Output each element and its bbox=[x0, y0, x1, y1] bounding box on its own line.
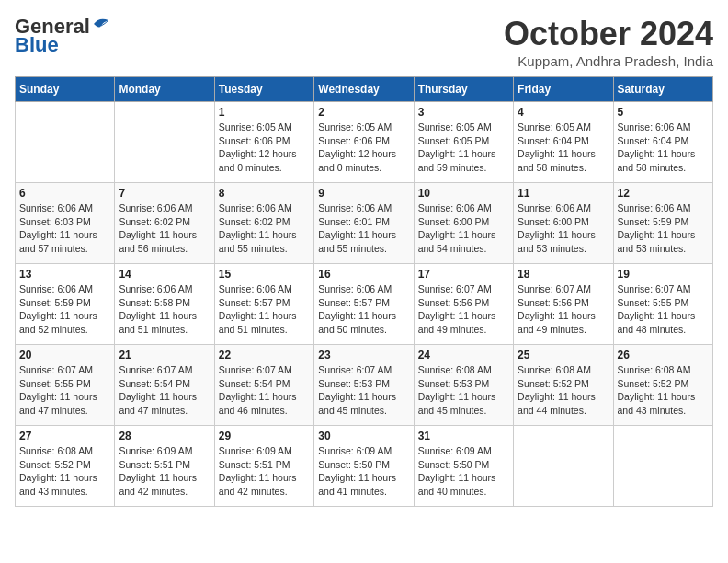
calendar-cell: 30Sunrise: 6:09 AM Sunset: 5:50 PM Dayli… bbox=[314, 426, 414, 507]
day-number: 5 bbox=[618, 106, 709, 119]
month-title: October 2024 bbox=[504, 15, 713, 53]
day-header-saturday: Saturday bbox=[613, 77, 712, 102]
calendar-cell: 20Sunrise: 6:07 AM Sunset: 5:55 PM Dayli… bbox=[16, 345, 115, 426]
calendar-cell: 11Sunrise: 6:06 AM Sunset: 6:00 PM Dayli… bbox=[514, 183, 613, 264]
day-info: Sunrise: 6:06 AM Sunset: 5:58 PM Dayligh… bbox=[119, 282, 210, 337]
day-info: Sunrise: 6:05 AM Sunset: 6:06 PM Dayligh… bbox=[219, 121, 310, 175]
calendar-cell: 2Sunrise: 6:05 AM Sunset: 6:06 PM Daylig… bbox=[314, 102, 414, 183]
day-info: Sunrise: 6:06 AM Sunset: 6:03 PM Dayligh… bbox=[19, 201, 110, 256]
calendar-week-3: 13Sunrise: 6:06 AM Sunset: 5:59 PM Dayli… bbox=[16, 264, 713, 345]
day-info: Sunrise: 6:05 AM Sunset: 6:04 PM Dayligh… bbox=[518, 121, 609, 175]
calendar-cell: 23Sunrise: 6:07 AM Sunset: 5:53 PM Dayli… bbox=[314, 345, 414, 426]
day-info: Sunrise: 6:07 AM Sunset: 5:55 PM Dayligh… bbox=[618, 282, 709, 337]
day-number: 14 bbox=[119, 268, 210, 281]
calendar-cell: 14Sunrise: 6:06 AM Sunset: 5:58 PM Dayli… bbox=[115, 264, 214, 345]
calendar-week-4: 20Sunrise: 6:07 AM Sunset: 5:55 PM Dayli… bbox=[16, 345, 713, 426]
logo: General Blue bbox=[15, 15, 112, 57]
day-info: Sunrise: 6:05 AM Sunset: 6:05 PM Dayligh… bbox=[418, 121, 509, 175]
calendar-cell: 17Sunrise: 6:07 AM Sunset: 5:56 PM Dayli… bbox=[414, 264, 513, 345]
day-info: Sunrise: 6:09 AM Sunset: 5:51 PM Dayligh… bbox=[219, 444, 310, 499]
day-info: Sunrise: 6:07 AM Sunset: 5:56 PM Dayligh… bbox=[518, 282, 609, 337]
day-number: 30 bbox=[318, 430, 409, 442]
day-number: 16 bbox=[318, 268, 409, 281]
calendar-cell: 27Sunrise: 6:08 AM Sunset: 5:52 PM Dayli… bbox=[16, 426, 115, 507]
calendar-cell: 28Sunrise: 6:09 AM Sunset: 5:51 PM Dayli… bbox=[115, 426, 214, 507]
day-info: Sunrise: 6:09 AM Sunset: 5:50 PM Dayligh… bbox=[418, 444, 509, 499]
day-header-wednesday: Wednesday bbox=[314, 77, 414, 102]
logo-blue-text: Blue bbox=[15, 33, 59, 57]
day-info: Sunrise: 6:08 AM Sunset: 5:52 PM Dayligh… bbox=[518, 363, 609, 418]
day-info: Sunrise: 6:06 AM Sunset: 5:59 PM Dayligh… bbox=[19, 282, 110, 337]
day-number: 11 bbox=[518, 187, 609, 200]
calendar-cell: 18Sunrise: 6:07 AM Sunset: 5:56 PM Dayli… bbox=[514, 264, 613, 345]
calendar-cell: 9Sunrise: 6:06 AM Sunset: 6:01 PM Daylig… bbox=[314, 183, 414, 264]
day-header-sunday: Sunday bbox=[16, 77, 115, 102]
day-info: Sunrise: 6:08 AM Sunset: 5:52 PM Dayligh… bbox=[19, 444, 110, 499]
calendar-cell: 7Sunrise: 6:06 AM Sunset: 6:02 PM Daylig… bbox=[115, 183, 214, 264]
day-number: 19 bbox=[618, 268, 709, 281]
calendar-cell: 26Sunrise: 6:08 AM Sunset: 5:52 PM Dayli… bbox=[613, 345, 712, 426]
day-number: 28 bbox=[119, 430, 210, 442]
calendar-cell: 19Sunrise: 6:07 AM Sunset: 5:55 PM Dayli… bbox=[613, 264, 712, 345]
day-info: Sunrise: 6:06 AM Sunset: 6:00 PM Dayligh… bbox=[518, 201, 609, 256]
day-number: 8 bbox=[219, 187, 310, 200]
day-number: 26 bbox=[618, 349, 709, 362]
calendar-body: 1Sunrise: 6:05 AM Sunset: 6:06 PM Daylig… bbox=[16, 102, 713, 507]
day-info: Sunrise: 6:06 AM Sunset: 6:02 PM Dayligh… bbox=[219, 201, 310, 256]
calendar-cell bbox=[613, 426, 712, 507]
calendar-cell bbox=[514, 426, 613, 507]
day-number: 31 bbox=[418, 430, 509, 442]
calendar-cell: 3Sunrise: 6:05 AM Sunset: 6:05 PM Daylig… bbox=[414, 102, 513, 183]
day-number: 25 bbox=[518, 349, 609, 362]
day-number: 2 bbox=[318, 106, 409, 119]
calendar-cell: 4Sunrise: 6:05 AM Sunset: 6:04 PM Daylig… bbox=[514, 102, 613, 183]
day-info: Sunrise: 6:08 AM Sunset: 5:52 PM Dayligh… bbox=[618, 363, 709, 418]
calendar-cell bbox=[16, 102, 115, 183]
calendar-cell: 5Sunrise: 6:06 AM Sunset: 6:04 PM Daylig… bbox=[613, 102, 712, 183]
day-number: 4 bbox=[518, 106, 609, 119]
day-info: Sunrise: 6:09 AM Sunset: 5:51 PM Dayligh… bbox=[119, 444, 210, 499]
day-info: Sunrise: 6:07 AM Sunset: 5:54 PM Dayligh… bbox=[119, 363, 210, 418]
day-number: 13 bbox=[19, 268, 110, 281]
day-info: Sunrise: 6:06 AM Sunset: 6:02 PM Dayligh… bbox=[119, 201, 210, 256]
page-header: General Blue October 2024 Kuppam, Andhra… bbox=[15, 15, 713, 69]
day-number: 21 bbox=[119, 349, 210, 362]
day-header-friday: Friday bbox=[514, 77, 613, 102]
calendar-cell: 8Sunrise: 6:06 AM Sunset: 6:02 PM Daylig… bbox=[214, 183, 313, 264]
calendar-cell: 22Sunrise: 6:07 AM Sunset: 5:54 PM Dayli… bbox=[214, 345, 313, 426]
calendar-cell: 31Sunrise: 6:09 AM Sunset: 5:50 PM Dayli… bbox=[414, 426, 513, 507]
day-info: Sunrise: 6:08 AM Sunset: 5:53 PM Dayligh… bbox=[418, 363, 509, 418]
day-info: Sunrise: 6:07 AM Sunset: 5:55 PM Dayligh… bbox=[19, 363, 110, 418]
day-info: Sunrise: 6:05 AM Sunset: 6:06 PM Dayligh… bbox=[318, 121, 409, 175]
day-info: Sunrise: 6:06 AM Sunset: 5:57 PM Dayligh… bbox=[219, 282, 310, 337]
calendar-cell: 24Sunrise: 6:08 AM Sunset: 5:53 PM Dayli… bbox=[414, 345, 513, 426]
calendar-cell: 16Sunrise: 6:06 AM Sunset: 5:57 PM Dayli… bbox=[314, 264, 414, 345]
day-number: 17 bbox=[418, 268, 509, 281]
day-number: 12 bbox=[618, 187, 709, 200]
day-info: Sunrise: 6:06 AM Sunset: 6:00 PM Dayligh… bbox=[418, 201, 509, 256]
calendar-cell: 10Sunrise: 6:06 AM Sunset: 6:00 PM Dayli… bbox=[414, 183, 513, 264]
calendar-header-row: SundayMondayTuesdayWednesdayThursdayFrid… bbox=[16, 77, 713, 102]
calendar-week-2: 6Sunrise: 6:06 AM Sunset: 6:03 PM Daylig… bbox=[16, 183, 713, 264]
calendar-cell: 29Sunrise: 6:09 AM Sunset: 5:51 PM Dayli… bbox=[214, 426, 313, 507]
day-number: 24 bbox=[418, 349, 509, 362]
location-subtitle: Kuppam, Andhra Pradesh, India bbox=[504, 53, 713, 69]
day-header-thursday: Thursday bbox=[414, 77, 513, 102]
day-info: Sunrise: 6:06 AM Sunset: 6:04 PM Dayligh… bbox=[618, 121, 709, 175]
day-header-monday: Monday bbox=[115, 77, 214, 102]
day-number: 18 bbox=[518, 268, 609, 281]
day-info: Sunrise: 6:07 AM Sunset: 5:54 PM Dayligh… bbox=[219, 363, 310, 418]
day-number: 27 bbox=[19, 430, 110, 442]
calendar-week-5: 27Sunrise: 6:08 AM Sunset: 5:52 PM Dayli… bbox=[16, 426, 713, 507]
calendar-cell: 21Sunrise: 6:07 AM Sunset: 5:54 PM Dayli… bbox=[115, 345, 214, 426]
day-number: 22 bbox=[219, 349, 310, 362]
calendar-cell bbox=[115, 102, 214, 183]
calendar-cell: 25Sunrise: 6:08 AM Sunset: 5:52 PM Dayli… bbox=[514, 345, 613, 426]
day-number: 7 bbox=[119, 187, 210, 200]
day-number: 15 bbox=[219, 268, 310, 281]
day-info: Sunrise: 6:06 AM Sunset: 5:59 PM Dayligh… bbox=[618, 201, 709, 256]
day-info: Sunrise: 6:07 AM Sunset: 5:56 PM Dayligh… bbox=[418, 282, 509, 337]
calendar-table: SundayMondayTuesdayWednesdayThursdayFrid… bbox=[15, 76, 713, 507]
day-header-tuesday: Tuesday bbox=[214, 77, 313, 102]
day-number: 20 bbox=[19, 349, 110, 362]
